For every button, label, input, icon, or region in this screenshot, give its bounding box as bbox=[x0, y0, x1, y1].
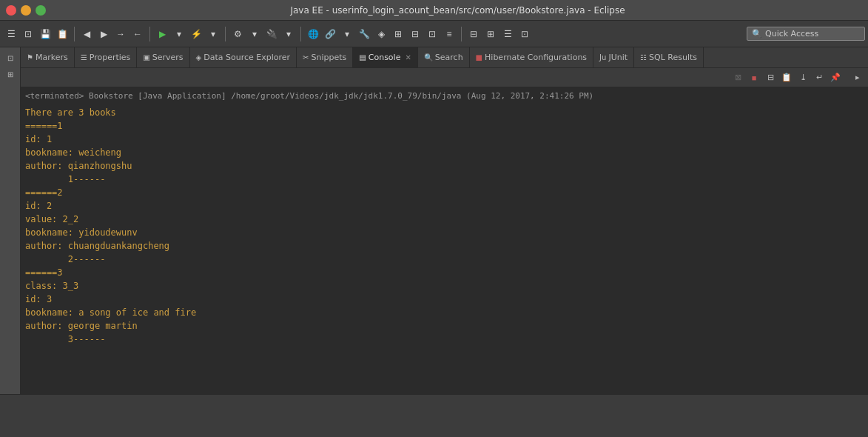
snippets-icon: ✂ bbox=[303, 53, 309, 61]
tab-hibernate[interactable]: ■ Hibernate Configurations bbox=[470, 47, 593, 68]
run-button[interactable]: ▶ bbox=[154, 26, 170, 42]
console-output: <terminated> Bookstore [Java Application… bbox=[21, 87, 868, 394]
debug-dropdown[interactable]: ▾ bbox=[205, 26, 221, 42]
left-panel: ⊡ ⊞ bbox=[0, 47, 21, 394]
markers-icon: ⚑ bbox=[27, 53, 33, 61]
tab-hibernate-label: Hibernate Configurations bbox=[485, 53, 587, 62]
tab-snippets[interactable]: ✂ Snippets bbox=[297, 47, 353, 68]
output-line-9: bookname: yidoudewunv bbox=[25, 226, 864, 239]
tab-datasource-label: Data Source Explorer bbox=[203, 53, 290, 62]
debug-button[interactable]: ⚡ bbox=[188, 26, 204, 42]
tab-search-label: Search bbox=[435, 53, 463, 62]
save-button[interactable]: 💾 bbox=[37, 26, 53, 42]
servers-icon: ▣ bbox=[143, 53, 149, 61]
output-line-12: ======3 bbox=[25, 266, 864, 279]
ext-btn-2[interactable]: 🔗 bbox=[322, 26, 338, 42]
tab-datasource[interactable]: ◈ Data Source Explorer bbox=[190, 47, 297, 68]
ext-btn-1[interactable]: 🌐 bbox=[305, 26, 321, 42]
console-toolbar: ⊠ ■ ⊟ 📋 ⤓ ↵ 📌 ▸ bbox=[21, 68, 868, 87]
ext-btn-7[interactable]: ⊟ bbox=[407, 26, 423, 42]
clear-btn[interactable]: ⊠ bbox=[730, 70, 745, 85]
pin-btn[interactable]: 📌 bbox=[828, 70, 843, 85]
output-line-4: author: qianzhongshu bbox=[25, 159, 864, 173]
ext-btn-4[interactable]: 🔧 bbox=[356, 26, 372, 42]
ext-btn-3[interactable]: ▾ bbox=[339, 26, 355, 42]
minimize-button[interactable] bbox=[21, 5, 31, 16]
ext-btn-5[interactable]: ◈ bbox=[373, 26, 389, 42]
main-layout: ⊡ ⊞ ⚑ Markers ☰ Properties ▣ Servers ◈ D… bbox=[0, 47, 868, 394]
output-line-8: value: 2_2 bbox=[25, 213, 864, 226]
ext-btn-6[interactable]: ⊞ bbox=[390, 26, 406, 42]
output-line-17: 3------ bbox=[25, 333, 864, 346]
search-tab-icon: 🔍 bbox=[424, 53, 433, 61]
output-line-13: class: 3_3 bbox=[25, 279, 864, 293]
disconnect-btn[interactable]: ⊟ bbox=[763, 70, 778, 85]
prev-edit-button[interactable]: ← bbox=[129, 26, 146, 42]
datasource-icon: ◈ bbox=[196, 53, 202, 61]
back-button[interactable]: ◀ bbox=[78, 26, 95, 42]
output-line-7: id: 2 bbox=[25, 199, 864, 213]
tab-servers[interactable]: ▣ Servers bbox=[137, 47, 189, 68]
title-bar: Java EE - userinfo_login_acount_bean/src… bbox=[0, 0, 868, 21]
tab-servers-label: Servers bbox=[152, 53, 184, 62]
tab-markers-label: Markers bbox=[36, 53, 68, 62]
tab-properties[interactable]: ☰ Properties bbox=[75, 47, 138, 68]
content-area: ⚑ Markers ☰ Properties ▣ Servers ◈ Data … bbox=[21, 47, 868, 394]
separator-1 bbox=[74, 27, 75, 41]
output-line-10: author: chuangduankangcheng bbox=[25, 239, 864, 253]
tab-markers[interactable]: ⚑ Markers bbox=[21, 47, 75, 68]
search-icon: 🔍 bbox=[752, 29, 762, 39]
tab-sqlresults[interactable]: ☷ SQL Results bbox=[634, 47, 704, 68]
maximize-button[interactable] bbox=[36, 5, 46, 16]
quick-access-box[interactable]: 🔍 Quick Access bbox=[747, 27, 865, 41]
side-btn-2[interactable]: ⊞ bbox=[3, 67, 18, 81]
tab-junit[interactable]: Ju JUnit bbox=[593, 47, 634, 68]
perspective-btn-1[interactable]: ⊟ bbox=[465, 26, 482, 42]
toolbar-file-group: ☰ ⊡ 💾 📋 bbox=[3, 26, 70, 42]
misc-btn-3[interactable]: 🔌 bbox=[263, 26, 280, 42]
tab-console[interactable]: ▤ Console ✕ bbox=[353, 47, 418, 68]
perspective-btn-4[interactable]: ⊡ bbox=[517, 26, 533, 42]
sqlresults-icon: ☷ bbox=[640, 53, 647, 61]
copy-output-btn[interactable]: 📋 bbox=[779, 70, 794, 85]
side-btn-1[interactable]: ⊡ bbox=[3, 50, 18, 65]
misc-btn-2[interactable]: ▾ bbox=[246, 26, 263, 42]
ext-btn-8[interactable]: ⊡ bbox=[424, 26, 440, 42]
console-close-icon[interactable]: ✕ bbox=[405, 53, 411, 61]
more-btn[interactable]: ▸ bbox=[850, 70, 865, 85]
tab-search[interactable]: 🔍 Search bbox=[418, 47, 470, 68]
separator-3 bbox=[225, 27, 226, 41]
scroll-end-btn[interactable]: ⤓ bbox=[795, 70, 810, 85]
main-toolbar: ☰ ⊡ 💾 📋 ◀ ▶ → ← ▶ ▾ ⚡ ▾ ⚙ ▾ 🔌 ▾ 🌐 🔗 ▾ 🔧 … bbox=[0, 21, 868, 47]
next-edit-button[interactable]: → bbox=[112, 26, 129, 42]
word-wrap-btn[interactable]: ↵ bbox=[812, 70, 827, 85]
window-controls[interactable] bbox=[6, 5, 46, 16]
toolbar-btn-2[interactable]: ⊡ bbox=[20, 26, 36, 42]
output-line-14: id: 3 bbox=[25, 293, 864, 306]
terminated-line: <terminated> Bookstore [Java Application… bbox=[25, 90, 864, 103]
save-all-button[interactable]: 📋 bbox=[54, 26, 70, 42]
output-line-2: id: 1 bbox=[25, 133, 864, 146]
misc-btn-4[interactable]: ▾ bbox=[280, 26, 297, 42]
ext-btn-9[interactable]: ≡ bbox=[441, 26, 457, 42]
misc-btn-1[interactable]: ⚙ bbox=[229, 26, 246, 42]
perspective-btn-2[interactable]: ⊞ bbox=[482, 26, 499, 42]
tab-junit-label: JUnit bbox=[608, 53, 628, 62]
junit-icon: Ju bbox=[599, 53, 606, 61]
toolbar-misc-group: ⚙ ▾ 🔌 ▾ bbox=[229, 26, 297, 42]
run-dropdown[interactable]: ▾ bbox=[171, 26, 187, 42]
output-line-16: author: george martin bbox=[25, 319, 864, 333]
forward-button[interactable]: ▶ bbox=[95, 26, 112, 42]
tab-sqlresults-label: SQL Results bbox=[649, 53, 697, 62]
toolbar-run-group: ▶ ▾ ⚡ ▾ bbox=[154, 26, 221, 42]
close-button[interactable] bbox=[6, 5, 16, 16]
output-line-11: 2------ bbox=[25, 253, 864, 266]
status-bar bbox=[0, 394, 868, 409]
terminate-btn[interactable]: ■ bbox=[747, 70, 761, 85]
perspective-btn-3[interactable]: ☰ bbox=[499, 26, 516, 42]
new-button[interactable]: ☰ bbox=[3, 26, 19, 42]
tab-properties-label: Properties bbox=[90, 53, 131, 62]
quick-access-label: Quick Access bbox=[765, 29, 818, 39]
hibernate-icon: ■ bbox=[476, 53, 482, 61]
output-line-15: bookname: a song of ice and fire bbox=[25, 306, 864, 319]
